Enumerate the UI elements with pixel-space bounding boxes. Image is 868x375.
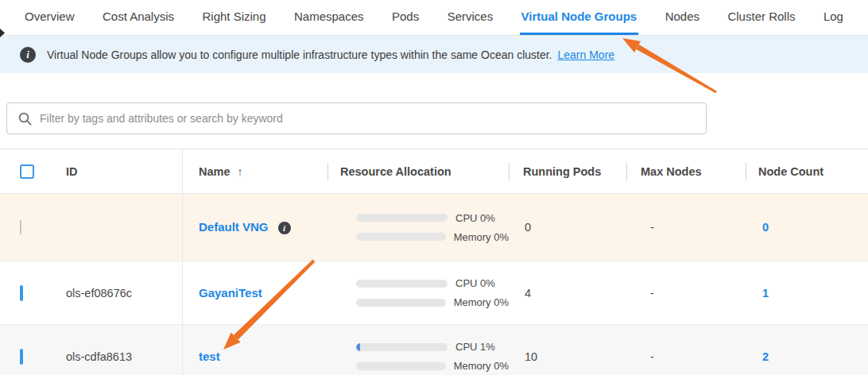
col-header-max-label: Max Nodes [641,165,702,178]
col-header-id-label: ID [66,165,78,178]
tab-bar: Overview Cost Analysis Right Sizing Name… [0,0,868,36]
tab-virtual-node-groups[interactable]: Virtual Node Groups [520,0,639,35]
row-checkbox[interactable] [20,349,23,365]
max-nodes-value: - [626,221,746,234]
resource-allocation-cell: CPU 0% Memory 0% [327,277,509,308]
table-header: ID Name ↑ Resource Allocation Running Po… [0,149,868,194]
cpu-usage-bar [356,214,448,222]
tab-overview[interactable]: Overview [23,0,76,35]
vng-id-cell: ols-cdfa8613 [46,325,183,375]
info-banner: i Virtual Node Groups allow you to confi… [0,36,868,73]
running-pods-value: 0 [509,221,626,234]
tab-services[interactable]: Services [446,0,495,35]
col-header-running-pods[interactable]: Running Pods [509,149,626,194]
vng-name-link[interactable]: GayaniTest [199,286,262,300]
node-count-link[interactable]: 2 [762,350,769,363]
col-header-id[interactable]: ID [46,149,183,194]
node-count-link[interactable]: 1 [762,287,769,300]
tab-namespaces[interactable]: Namespaces [293,0,366,35]
ocean-cluster-page: Overview Cost Analysis Right Sizing Name… [0,0,868,375]
node-count-link[interactable]: 0 [762,221,769,234]
memory-usage-label: Memory 0% [454,296,509,308]
tab-cost-analysis[interactable]: Cost Analysis [101,0,176,35]
col-header-name[interactable]: Name ↑ [183,149,327,194]
max-nodes-value: - [626,287,746,300]
select-all-checkbox[interactable] [20,164,34,179]
col-header-resource-label: Resource Allocation [340,165,451,178]
vng-name-link[interactable]: Default VNG [199,220,269,234]
running-pods-value: 10 [509,350,626,363]
search-icon [18,112,32,126]
table-row-default-vng: Default VNG i CPU 0% Memory 0% 0 - 0 [0,194,868,261]
vng-table: ID Name ↑ Resource Allocation Running Po… [0,149,868,375]
info-icon: i [20,47,36,63]
sort-ascending-icon: ↑ [238,165,243,178]
banner-text: Virtual Node Groups allow you to configu… [47,48,552,61]
col-header-node-count[interactable]: Node Count [746,149,868,194]
cpu-usage-bar [356,280,448,288]
vng-id: ols-ef08676c [66,287,132,300]
memory-usage-bar [356,362,446,370]
cpu-usage-label: CPU 0% [455,212,495,224]
resource-allocation-cell: CPU 1% Memory 0% [327,341,509,372]
col-header-pods-label: Running Pods [523,165,601,178]
tab-nodes[interactable]: Nodes [664,0,701,35]
col-header-name-label: Name [199,165,231,178]
cpu-usage-label: CPU 0% [455,277,495,289]
memory-usage-label: Memory 0% [454,231,509,243]
memory-usage-bar [356,233,446,241]
running-pods-value: 4 [509,287,626,300]
max-nodes-value: - [626,350,746,363]
col-header-count-label: Node Count [758,165,823,178]
vng-id-cell [46,194,183,261]
col-header-max-nodes[interactable]: Max Nodes [626,149,746,194]
cpu-usage-label: CPU 1% [455,341,495,353]
tab-pods[interactable]: Pods [390,0,420,35]
row-checkbox[interactable] [20,285,23,301]
table-row-gayanitest: ols-ef08676c GayaniTest CPU 0% Memory 0%… [0,261,868,325]
tab-cluster-rolls[interactable]: Cluster Rolls [726,0,796,35]
tab-log[interactable]: Log [822,0,845,35]
vng-id-cell: ols-ef08676c [46,261,183,324]
vng-id: ols-cdfa8613 [66,350,132,363]
tab-right-sizing[interactable]: Right Sizing [200,0,267,35]
col-header-resource-allocation[interactable]: Resource Allocation [327,149,509,194]
row-checkbox-disabled [20,220,21,234]
resource-allocation-cell: CPU 0% Memory 0% [327,212,509,243]
table-row-test: ols-cdfa8613 test CPU 1% Memory 0% 10 - … [0,325,868,375]
info-icon[interactable]: i [278,222,291,234]
vng-name-link[interactable]: test [199,350,220,363]
learn-more-link[interactable]: Learn More [558,48,615,61]
memory-usage-label: Memory 0% [454,360,509,372]
memory-usage-bar [356,299,446,307]
cpu-usage-bar [356,343,448,351]
search-input[interactable]: Filter by tags and attributes or search … [6,102,707,134]
search-placeholder: Filter by tags and attributes or search … [40,112,283,125]
